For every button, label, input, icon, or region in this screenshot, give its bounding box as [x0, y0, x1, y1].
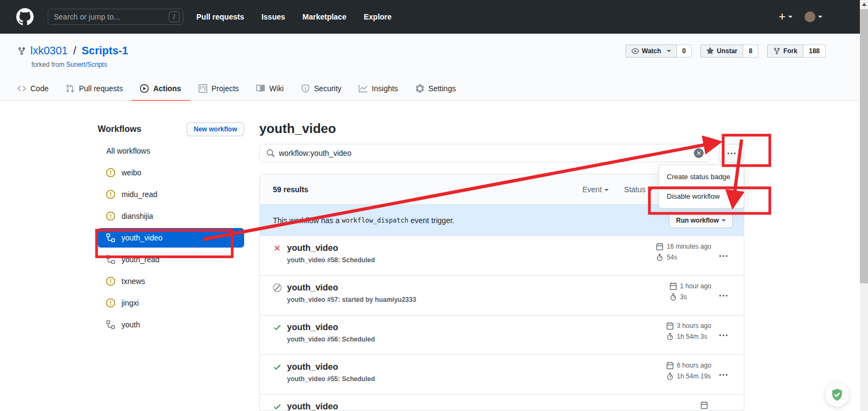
- nav-issues[interactable]: Issues: [261, 12, 285, 21]
- workflow-runs-search[interactable]: ✕: [259, 144, 710, 162]
- run-subtitle: youth_video #55: Scheduled: [287, 374, 375, 384]
- global-search[interactable]: /: [48, 9, 183, 25]
- run-title-link[interactable]: youth_video: [287, 242, 375, 254]
- repo-tabs: Code Pull requests Actions Projects Wiki…: [9, 78, 464, 101]
- sidebar-item-youth[interactable]: youth: [98, 314, 244, 336]
- sidebar-item-dianshijia[interactable]: dianshijia: [98, 205, 244, 227]
- tab-settings[interactable]: Settings: [407, 78, 465, 101]
- nav-explore[interactable]: Explore: [363, 12, 391, 21]
- run-title-link[interactable]: youth_video: [287, 401, 338, 411]
- new-workflow-button[interactable]: New workflow: [187, 122, 244, 136]
- menu-item-disable-workflow[interactable]: Disable workflow: [659, 186, 744, 206]
- fork-count[interactable]: 188: [803, 45, 826, 58]
- tab-code[interactable]: Code: [9, 78, 57, 101]
- sidebar-item-jingxi[interactable]: jingxi: [98, 292, 244, 314]
- run-title-link[interactable]: youth_video: [287, 361, 375, 373]
- run-row: youth_video youth_video #56: Scheduled 3…: [260, 315, 744, 355]
- run-subtitle: youth_video #56: Scheduled: [287, 334, 375, 344]
- warning-icon: [106, 299, 115, 307]
- star-group: Unstar 8: [700, 45, 758, 58]
- workflow-runs-panel: 59 results Event Status This workflow ha…: [259, 174, 744, 411]
- calendar-icon: [700, 401, 708, 409]
- warning-icon: [106, 168, 115, 177]
- global-search-input[interactable]: [54, 12, 169, 21]
- repo-forked-icon: [773, 47, 781, 55]
- menu-item-create-status-badge[interactable]: Create status badge: [659, 167, 744, 186]
- calendar-icon: [656, 243, 663, 250]
- run-time: 1 hour ago: [680, 282, 711, 290]
- banner-text-prefix: This workflow has a: [273, 216, 340, 225]
- repo-owner-link[interactable]: lxk0301: [30, 45, 68, 57]
- stopwatch-icon: [656, 254, 663, 261]
- git-pull-request-icon: [66, 84, 74, 93]
- run-row: youth_video youth_video #58: Scheduled 1…: [260, 236, 744, 276]
- chevron-down-icon: [604, 189, 609, 193]
- forked-from-link[interactable]: Sunert/Scripts: [66, 61, 107, 68]
- tab-insights[interactable]: Insights: [350, 78, 406, 101]
- run-subtitle: youth_video #58: Scheduled: [287, 255, 375, 265]
- create-new-menu[interactable]: +: [778, 11, 793, 23]
- tab-security[interactable]: Security: [292, 78, 350, 101]
- warning-icon: [106, 277, 115, 286]
- tab-actions[interactable]: Actions: [131, 78, 189, 101]
- nav-pull-requests[interactable]: Pull requests: [196, 12, 244, 21]
- workflow-icon: [106, 255, 115, 264]
- vertical-scrollbar[interactable]: [860, 0, 868, 411]
- forked-from-label: forked from: [31, 61, 65, 68]
- tab-pull-requests[interactable]: Pull requests: [57, 78, 131, 101]
- run-options-button[interactable]: [711, 315, 735, 355]
- run-options-button[interactable]: [711, 236, 735, 275]
- github-logo-icon[interactable]: [16, 8, 34, 26]
- event-filter[interactable]: Event: [582, 185, 609, 194]
- repo-name-link[interactable]: Scripts-1: [82, 45, 129, 57]
- chevron-down-icon: [648, 189, 653, 193]
- run-workflow-button[interactable]: Run workflow: [669, 213, 733, 228]
- run-options-button[interactable]: [711, 276, 735, 315]
- status-filter[interactable]: Status: [624, 185, 653, 194]
- workflows-title: Workflows: [98, 124, 142, 134]
- sidebar-item-youth-read[interactable]: youth_read: [98, 249, 244, 270]
- tab-projects[interactable]: Projects: [190, 78, 248, 101]
- warning-icon: [106, 190, 115, 199]
- repo-forked-icon: [17, 47, 26, 55]
- chevron-down-icon: [818, 16, 822, 20]
- fork-button[interactable]: Fork: [767, 45, 803, 58]
- graph-icon: [359, 84, 367, 93]
- sidebar-item-txnews[interactable]: txnews: [98, 270, 244, 292]
- unstar-button[interactable]: Unstar: [700, 45, 743, 58]
- check-success-icon: [273, 323, 282, 332]
- run-options-button[interactable]: [711, 395, 735, 411]
- calendar-icon: [669, 282, 677, 290]
- top-nav-bar: / Pull requests Issues Marketplace Explo…: [0, 0, 868, 34]
- header-right: +: [778, 11, 822, 23]
- scrollbar-up-arrow[interactable]: [860, 0, 868, 9]
- watch-button[interactable]: Watch: [626, 45, 677, 58]
- stopwatch-icon: [666, 333, 674, 340]
- workflow-runs-search-input[interactable]: [279, 149, 690, 157]
- run-title-link[interactable]: youth_video: [287, 321, 375, 333]
- star-count[interactable]: 8: [743, 45, 758, 58]
- header-nav: Pull requests Issues Marketplace Explore: [196, 12, 392, 21]
- sidebar-item-all-workflows[interactable]: All workflows: [98, 140, 244, 162]
- sidebar-item-youth-video[interactable]: youth_video: [98, 228, 244, 248]
- clear-search-button[interactable]: ✕: [694, 148, 704, 158]
- adguard-badge[interactable]: [825, 383, 849, 407]
- sidebar-item-weibo[interactable]: weibo: [98, 162, 244, 184]
- scrollbar-thumb[interactable]: [860, 9, 868, 283]
- run-title-link[interactable]: youth_video: [287, 282, 416, 294]
- run-duration: 1h 54m 19s: [677, 372, 711, 380]
- tab-wiki[interactable]: Wiki: [247, 78, 292, 101]
- search-icon: [266, 149, 275, 157]
- run-row: youth_video youth_video #57: started by …: [260, 276, 744, 315]
- results-count: 59 results: [273, 185, 308, 194]
- chevron-down-icon: [788, 16, 793, 20]
- user-menu[interactable]: [805, 11, 822, 22]
- watch-count[interactable]: 0: [677, 45, 692, 58]
- avatar[interactable]: [805, 11, 815, 22]
- run-subtitle: youth_video #57: started by huamiyu2333: [287, 295, 416, 305]
- sidebar-item-midu-read[interactable]: midu_read: [98, 184, 244, 205]
- run-time: 16 minutes ago: [667, 243, 711, 250]
- nav-marketplace[interactable]: Marketplace: [303, 12, 347, 21]
- check-success-icon: [273, 402, 282, 411]
- run-options-button[interactable]: [711, 355, 735, 394]
